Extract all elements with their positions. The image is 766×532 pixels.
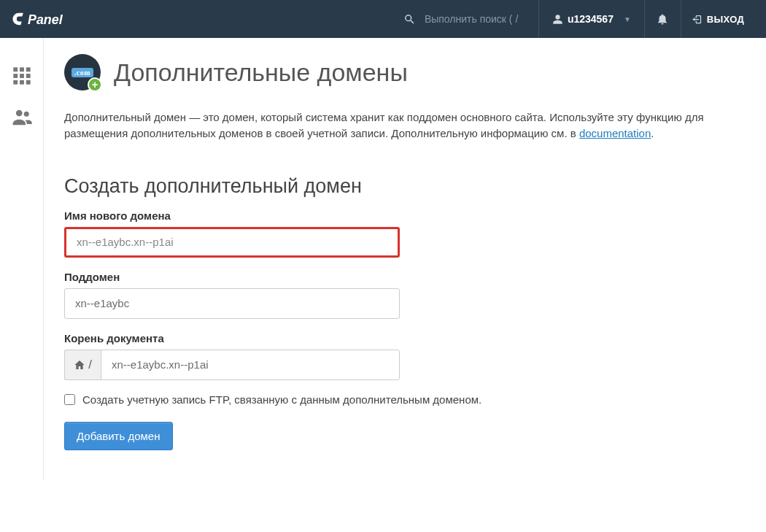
plus-icon: + [88, 77, 102, 92]
submit-button[interactable]: Добавить домен [64, 422, 173, 450]
subdomain-input[interactable] [64, 288, 400, 319]
svg-rect-1 [13, 67, 18, 72]
search-input[interactable] [425, 13, 527, 25]
documentation-link[interactable]: documentation [579, 127, 651, 139]
cpanel-logo[interactable]: Panel [12, 9, 92, 29]
chevron-down-icon: ▼ [624, 15, 631, 23]
domain-input[interactable] [64, 227, 400, 258]
user-icon [552, 14, 563, 25]
svg-rect-6 [26, 74, 30, 78]
header-search[interactable] [392, 0, 539, 38]
page-title: Дополнительные домены [114, 58, 408, 87]
logout-button[interactable]: ВЫХОД [681, 0, 754, 38]
com-badge: .com [71, 68, 93, 77]
domain-label: Имя нового домена [64, 209, 746, 222]
svg-rect-7 [13, 80, 18, 85]
svg-rect-5 [20, 74, 24, 78]
search-icon [403, 13, 416, 26]
subdomain-label: Поддомен [64, 271, 746, 283]
notifications-button[interactable] [645, 0, 681, 38]
sidebar-users[interactable] [0, 96, 43, 137]
svg-rect-4 [13, 74, 18, 78]
username: u1234567 [568, 13, 614, 25]
svg-text:Panel: Panel [28, 12, 63, 27]
logout-label: ВЫХОД [707, 14, 744, 25]
home-prefix: / [64, 350, 101, 380]
svg-rect-9 [26, 80, 30, 85]
user-menu[interactable]: u1234567 ▼ [539, 0, 645, 38]
svg-rect-2 [20, 67, 24, 72]
ftp-checkbox-label[interactable]: Создать учетную запись FTP, связанную с … [82, 393, 481, 406]
logout-icon [692, 14, 703, 25]
page-icon: .com + [64, 54, 101, 90]
users-icon [11, 106, 33, 128]
docroot-input[interactable] [101, 350, 400, 380]
bell-icon [656, 12, 669, 26]
home-icon [74, 359, 85, 371]
ftp-checkbox[interactable] [64, 394, 75, 405]
docroot-label: Корень документа [64, 332, 746, 344]
grid-icon [12, 66, 32, 86]
svg-rect-8 [20, 80, 24, 85]
section-title: Создать дополнительный домен [64, 175, 746, 198]
svg-rect-3 [26, 67, 30, 72]
svg-point-11 [23, 112, 28, 117]
page-intro: Дополнительный домен — это домен, которы… [64, 109, 746, 142]
sidebar-apps[interactable] [0, 55, 43, 96]
svg-point-10 [15, 110, 22, 117]
